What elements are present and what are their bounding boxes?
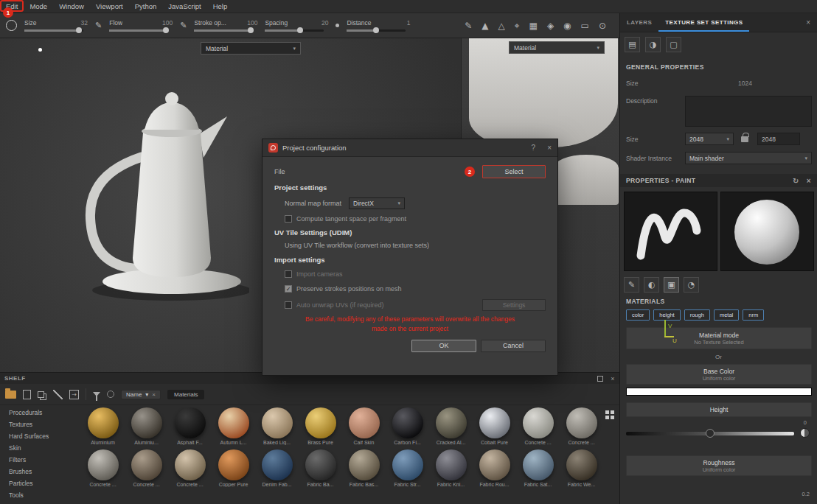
material-item[interactable]: Concrete ... — [561, 407, 602, 445]
sort-name-chip[interactable]: Name▾× — [121, 390, 161, 399]
material-item[interactable]: Brass Pure — [300, 407, 341, 445]
properties-close-icon[interactable]: × — [807, 177, 811, 185]
pen-pressure-size-icon[interactable]: ✎ — [95, 21, 102, 30]
chip-close-icon[interactable]: × — [152, 391, 156, 398]
uv-grid-icon[interactable]: ▦ — [529, 21, 538, 31]
distance-slider[interactable] — [347, 29, 406, 32]
open-folder-icon[interactable] — [5, 391, 16, 399]
height-section-button[interactable]: Height — [626, 402, 812, 417]
shelf-category-item[interactable]: Procedurals — [0, 407, 83, 419]
channel-toggle-button[interactable]: color — [626, 309, 650, 321]
eraser-tool-icon[interactable]: ◐ — [644, 277, 659, 293]
menu-item[interactable]: Viewport — [90, 0, 129, 13]
ok-button[interactable]: OK — [411, 340, 476, 352]
material-item[interactable]: Denim Fab... — [257, 449, 297, 487]
shelf-category-item[interactable]: Particles — [0, 477, 83, 489]
tab-layers[interactable]: LAYERS — [620, 13, 658, 32]
roughness-section-button[interactable]: Roughness Uniform color — [626, 455, 812, 476]
shelf-category-item[interactable]: Textures — [0, 419, 83, 430]
tab-texture-set-settings[interactable]: TEXTURE SET SETTINGS — [658, 13, 749, 32]
projection-tool-icon[interactable]: ▣ — [664, 277, 679, 293]
resolution-dropdown[interactable]: 2048 — [685, 133, 734, 145]
flow-slider[interactable] — [109, 29, 168, 32]
shelf-close-icon[interactable]: × — [611, 375, 615, 382]
menu-item[interactable]: Window — [53, 0, 90, 13]
export-resource-icon[interactable]: → — [69, 390, 79, 399]
float-panel-icon[interactable] — [597, 376, 603, 382]
material-item[interactable]: Asphalt F... — [170, 407, 210, 445]
lazy-mouse-icon[interactable]: ✎ — [465, 21, 472, 31]
resolution-height-field[interactable]: 2048 — [757, 133, 800, 145]
filter-funnel-icon[interactable] — [93, 392, 100, 396]
snap-icon[interactable]: ⌖ — [515, 21, 520, 31]
material-mode-button[interactable]: Material mode No Texture Selected — [626, 327, 812, 349]
unwrap-settings-button[interactable]: Settings — [482, 299, 546, 311]
reset-properties-icon[interactable]: ↻ — [793, 177, 799, 185]
shelf-category-item[interactable]: Hard Surfaces — [0, 430, 83, 442]
normal-map-format-dropdown[interactable]: DirectX — [349, 197, 405, 209]
shelf-category-item[interactable]: Brushes — [0, 466, 83, 477]
base-color-button[interactable]: Base Color Uniform color — [626, 364, 812, 385]
auto-unwrap-checkbox[interactable] — [285, 301, 292, 309]
preserve-strokes-checkbox[interactable]: ✓ — [285, 285, 292, 293]
material-item[interactable]: Concrete ... — [170, 449, 210, 487]
menu-item[interactable]: Mode — [24, 0, 53, 13]
menu-item[interactable]: Python — [129, 0, 163, 13]
material-item[interactable]: Copper Pure — [213, 449, 254, 487]
clear-filter-icon[interactable] — [53, 390, 63, 399]
shelf-category-item[interactable]: Skin — [0, 442, 83, 454]
material-item[interactable]: Fabric Kni... — [431, 449, 471, 487]
channel-toggle-button[interactable]: metal — [714, 309, 739, 321]
brush-tool-icon[interactable]: ✎ — [624, 277, 639, 293]
spacing-slider[interactable] — [265, 29, 324, 32]
material-sphere-icon[interactable]: ◑ — [645, 37, 661, 52]
2d-shading-dropdown[interactable]: Material — [509, 41, 605, 54]
cancel-button[interactable]: Cancel — [481, 340, 546, 352]
stroke-opacity-slider[interactable] — [194, 29, 253, 32]
material-preview[interactable] — [720, 192, 814, 271]
menu-item[interactable]: JavaScript — [162, 0, 206, 13]
uv-frame-icon[interactable]: ▢ — [666, 37, 681, 52]
menu-item[interactable]: Help — [207, 0, 234, 13]
dialog-help-icon[interactable]: ? — [532, 144, 536, 152]
camera-icon[interactable]: ⊙ — [599, 21, 606, 31]
refresh-shelf-icon[interactable] — [107, 391, 114, 398]
symmetry-icon[interactable]: ▲ — [481, 21, 488, 31]
tangent-space-checkbox[interactable] — [285, 215, 292, 223]
material-item[interactable]: Calf Skin — [344, 407, 384, 445]
material-item[interactable]: Fabric Sat... — [518, 449, 558, 487]
material-item[interactable]: Concrete ... — [126, 449, 167, 487]
texture-set-list-icon[interactable]: ▤ — [625, 37, 640, 52]
material-item[interactable]: Aluminium — [83, 407, 123, 445]
import-cameras-checkbox[interactable] — [285, 270, 292, 278]
brush-preview-icon[interactable] — [6, 20, 17, 31]
focus-camera-icon[interactable]: ◉ — [563, 21, 571, 31]
materials-filter-tag[interactable]: Materials — [167, 390, 204, 399]
smudge-tool-icon[interactable]: ◔ — [684, 277, 699, 293]
gizmo-icon[interactable]: ◈ — [547, 21, 554, 31]
material-item[interactable]: Fabric Rou... — [474, 449, 515, 487]
mirror-plane-icon[interactable]: △ — [498, 21, 505, 31]
base-color-swatch[interactable] — [626, 388, 812, 396]
channel-toggle-button[interactable]: nrm — [743, 309, 764, 321]
channel-toggle-button[interactable]: rough — [684, 309, 710, 321]
material-item[interactable]: Aluminiu... — [126, 407, 167, 445]
select-file-button[interactable]: Select — [482, 165, 546, 178]
panel-close-icon[interactable]: × — [799, 18, 817, 27]
stroke-preview[interactable] — [624, 192, 717, 271]
material-item[interactable]: Concrete ... — [518, 407, 558, 445]
dialog-close-icon[interactable]: × — [547, 144, 552, 152]
height-slider[interactable] — [626, 429, 794, 438]
shader-instance-dropdown[interactable]: Main shader — [685, 152, 812, 164]
material-item[interactable]: Fabric Ba... — [300, 449, 341, 487]
material-item[interactable]: Cracked Al... — [431, 407, 471, 445]
description-input[interactable] — [685, 96, 812, 127]
3d-shading-dropdown[interactable]: Material — [201, 42, 301, 55]
dialog-titlebar[interactable]: Project configuration ? × — [263, 139, 557, 157]
height-dial-icon[interactable] — [800, 428, 810, 438]
grid-view-toggle-icon[interactable] — [605, 410, 614, 419]
display-settings-icon[interactable]: ▭ — [581, 21, 589, 31]
shelf-category-item[interactable]: Tools — [0, 489, 83, 501]
size-slider[interactable] — [24, 29, 83, 32]
pen-pressure-flow-icon[interactable]: ✎ — [180, 21, 187, 30]
